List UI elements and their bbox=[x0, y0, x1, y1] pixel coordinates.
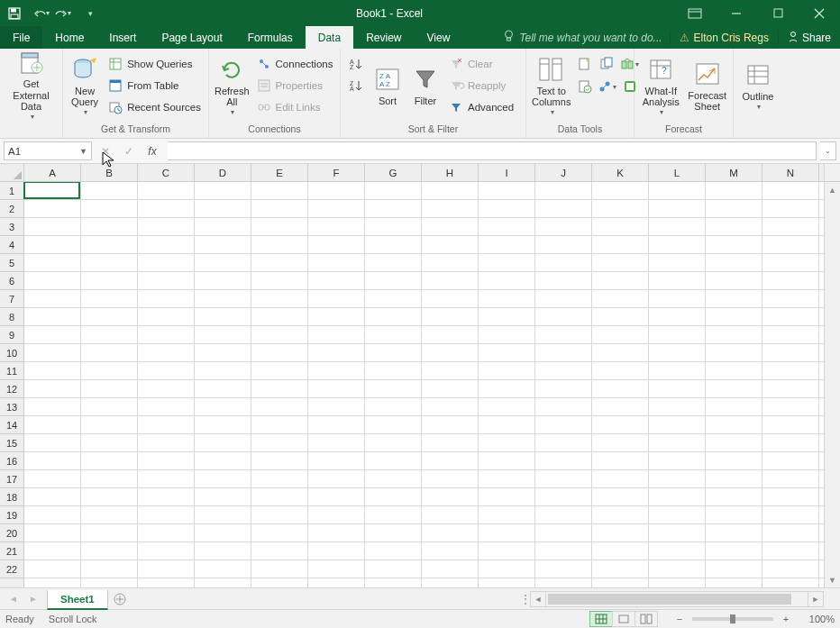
column-header[interactable]: M bbox=[706, 164, 762, 181]
row-header[interactable]: 12 bbox=[0, 380, 23, 398]
show-queries-button[interactable]: Show Queries bbox=[105, 53, 205, 75]
new-sheet-button[interactable] bbox=[108, 593, 132, 605]
advanced-filter-button[interactable]: Advanced bbox=[445, 96, 517, 118]
row-header[interactable]: 5 bbox=[0, 254, 23, 272]
zoom-slider[interactable] bbox=[692, 617, 773, 621]
row-header[interactable]: 15 bbox=[0, 434, 23, 452]
tab-data[interactable]: Data bbox=[306, 26, 353, 49]
ribbon-display-options-icon[interactable] bbox=[674, 0, 716, 26]
sheet-tab[interactable]: Sheet1 bbox=[47, 590, 108, 610]
row-header[interactable]: 2 bbox=[0, 200, 23, 218]
page-break-view-button[interactable] bbox=[635, 611, 658, 627]
column-header[interactable]: A bbox=[24, 164, 81, 181]
select-all-corner[interactable] bbox=[0, 164, 24, 181]
next-sheet-icon[interactable]: ► bbox=[23, 590, 43, 608]
tab-file[interactable]: File bbox=[0, 26, 42, 49]
insert-function-button[interactable]: fx bbox=[142, 141, 162, 160]
outline-button[interactable]: Outline bbox=[737, 50, 779, 121]
zoom-in-button[interactable]: + bbox=[779, 612, 793, 626]
scroll-left-icon[interactable]: ◄ bbox=[530, 591, 546, 607]
column-header[interactable]: N bbox=[762, 164, 819, 181]
maximize-icon[interactable] bbox=[757, 0, 799, 26]
column-header[interactable]: L bbox=[649, 164, 706, 181]
account-button[interactable]: ⚠ Elton Cris Regs bbox=[670, 32, 778, 44]
sort-asc-button[interactable]: AZ bbox=[344, 53, 368, 75]
normal-view-button[interactable] bbox=[589, 611, 613, 627]
scroll-up-icon[interactable]: ▲ bbox=[825, 182, 840, 197]
sort-button[interactable]: Z AA Z Sort bbox=[370, 50, 406, 121]
column-header[interactable]: D bbox=[195, 164, 251, 181]
zoom-out-button[interactable]: − bbox=[672, 612, 687, 626]
undo-icon[interactable]: ▾ bbox=[31, 3, 52, 24]
column-header[interactable]: E bbox=[251, 164, 308, 181]
column-header[interactable]: H bbox=[422, 164, 479, 181]
row-header[interactable]: 20 bbox=[0, 524, 23, 542]
formula-input[interactable] bbox=[168, 141, 817, 160]
connections-button[interactable]: Connections bbox=[253, 53, 337, 75]
what-if-button[interactable]: ? What-If Analysis bbox=[638, 50, 683, 121]
row-header[interactable]: 17 bbox=[0, 470, 23, 488]
row-header[interactable]: 11 bbox=[0, 362, 23, 380]
filter-button[interactable]: Filter bbox=[407, 50, 443, 121]
active-cell[interactable] bbox=[23, 182, 80, 199]
tab-page-layout[interactable]: Page Layout bbox=[149, 26, 234, 49]
save-icon[interactable] bbox=[4, 3, 25, 24]
column-header[interactable]: I bbox=[479, 164, 535, 181]
hscroll-thumb[interactable] bbox=[548, 594, 791, 605]
horizontal-scrollbar[interactable]: ⋮ ◄ ► bbox=[521, 591, 824, 607]
recent-sources-button[interactable]: Recent Sources bbox=[105, 96, 205, 118]
forecast-sheet-button[interactable]: Forecast Sheet bbox=[685, 50, 729, 121]
row-header[interactable]: 22 bbox=[0, 560, 23, 578]
column-header[interactable]: K bbox=[592, 164, 649, 181]
row-header[interactable]: 13 bbox=[0, 398, 23, 416]
tab-formulas[interactable]: Formulas bbox=[235, 26, 306, 49]
page-layout-view-button[interactable] bbox=[612, 611, 635, 627]
minimize-icon[interactable] bbox=[716, 0, 757, 26]
remove-duplicates-button[interactable] bbox=[597, 53, 618, 75]
cells-area[interactable] bbox=[24, 182, 824, 587]
row-header[interactable]: 10 bbox=[0, 344, 23, 362]
tab-split-handle[interactable]: ⋮ bbox=[521, 593, 530, 605]
row-header[interactable]: 9 bbox=[0, 326, 23, 344]
prev-sheet-icon[interactable]: ◄ bbox=[4, 590, 23, 608]
row-header[interactable]: 19 bbox=[0, 506, 23, 524]
tell-me-search[interactable]: Tell me what you want to do... bbox=[497, 30, 669, 45]
row-header[interactable]: 6 bbox=[0, 272, 23, 290]
redo-icon[interactable]: ▾ bbox=[52, 3, 74, 24]
column-header[interactable]: F bbox=[308, 164, 365, 181]
scroll-right-icon[interactable]: ► bbox=[808, 591, 824, 607]
refresh-all-button[interactable]: Refresh All bbox=[213, 50, 251, 121]
sort-desc-button[interactable]: ZA bbox=[344, 75, 368, 96]
data-validation-button[interactable] bbox=[574, 76, 596, 97]
row-header[interactable]: 7 bbox=[0, 290, 23, 308]
name-box[interactable]: A1▼ bbox=[4, 141, 92, 160]
tab-view[interactable]: View bbox=[415, 26, 463, 49]
from-table-button[interactable]: From Table bbox=[105, 75, 205, 96]
column-header[interactable]: G bbox=[365, 164, 422, 181]
row-header[interactable]: 4 bbox=[0, 236, 23, 254]
row-header[interactable]: 18 bbox=[0, 488, 23, 506]
row-header[interactable] bbox=[0, 578, 23, 587]
vertical-scrollbar[interactable]: ▲ ▼ bbox=[824, 182, 840, 587]
new-query-button[interactable]: New Query bbox=[67, 50, 103, 121]
get-external-data-button[interactable]: Get External Data bbox=[4, 50, 59, 121]
row-header[interactable]: 16 bbox=[0, 452, 23, 470]
row-header[interactable]: 3 bbox=[0, 218, 23, 236]
expand-formula-bar-icon[interactable]: ⌄ bbox=[820, 141, 836, 160]
tab-home[interactable]: Home bbox=[42, 26, 96, 49]
row-header[interactable]: 8 bbox=[0, 308, 23, 326]
tab-review[interactable]: Review bbox=[353, 26, 414, 49]
column-header[interactable]: C bbox=[138, 164, 195, 181]
column-header[interactable]: J bbox=[535, 164, 592, 181]
row-header[interactable]: 1 bbox=[0, 182, 23, 200]
qat-customize-icon[interactable]: ▾ bbox=[79, 3, 101, 24]
scroll-down-icon[interactable]: ▼ bbox=[825, 572, 840, 587]
tab-insert[interactable]: Insert bbox=[96, 26, 149, 49]
flash-fill-button[interactable] bbox=[574, 53, 596, 75]
share-button[interactable]: Share bbox=[778, 31, 840, 44]
row-header[interactable]: 21 bbox=[0, 542, 23, 560]
row-header[interactable]: 14 bbox=[0, 416, 23, 434]
zoom-percent[interactable]: 100% bbox=[799, 614, 835, 624]
column-header[interactable]: B bbox=[81, 164, 138, 181]
text-to-columns-button[interactable]: Text to Columns bbox=[530, 50, 572, 121]
